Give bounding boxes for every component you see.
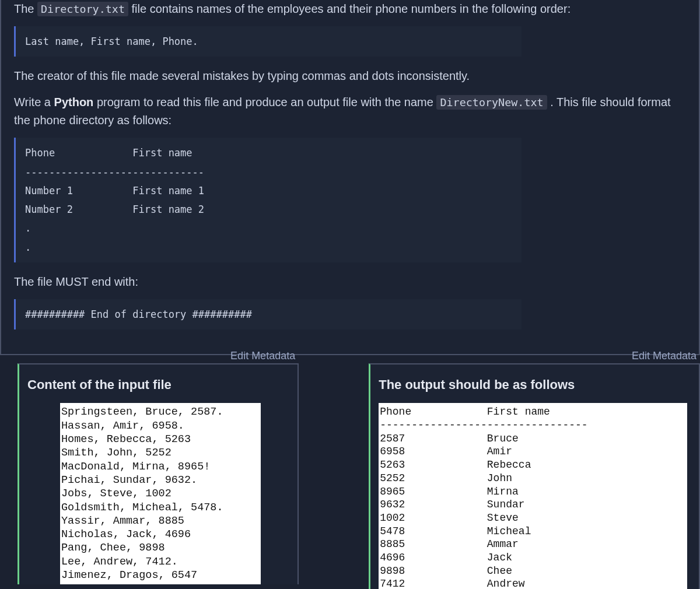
output-format-block: Phone First name -----------------------… [14,138,522,262]
text: The [14,2,37,15]
input-panel-title: Content of the input file [27,375,286,395]
edit-metadata-link[interactable]: Edit Metadata [230,348,295,364]
output-panel: Edit Metadata The output should be as fo… [369,363,700,589]
mistakes-paragraph: The creator of this file made several mi… [14,67,679,85]
end-marker-block: ########## End of directory ########## [14,299,522,329]
input-filename-code: Directory.txt [37,2,128,16]
input-file-content: Springsteen, Bruce, 2587. Hassan, Amir, … [60,403,261,584]
input-format-block: Last name, First name, Phone. [14,26,522,57]
bottom-row: Edit Metadata Content of the input file … [0,363,700,589]
input-file-panel: Edit Metadata Content of the input file … [18,363,299,584]
text: Write a [14,96,54,108]
question-cell: The Directory.txt file contains names of… [0,0,700,355]
must-end-paragraph: The file MUST end with: [14,273,679,291]
python-keyword: Python [54,96,94,108]
text: program to read this file and produce an… [97,96,437,108]
intro-paragraph: The Directory.txt file contains names of… [14,0,679,18]
output-filename-code: DirectoryNew.txt [436,95,547,110]
text: file contains names of the employees and… [132,2,571,15]
edit-metadata-link[interactable]: Edit Metadata [632,348,696,364]
output-file-content: Phone First name -----------------------… [379,403,687,589]
output-panel-title: The output should be as follows [379,375,687,395]
write-program-paragraph: Write a Python program to read this file… [14,93,679,129]
